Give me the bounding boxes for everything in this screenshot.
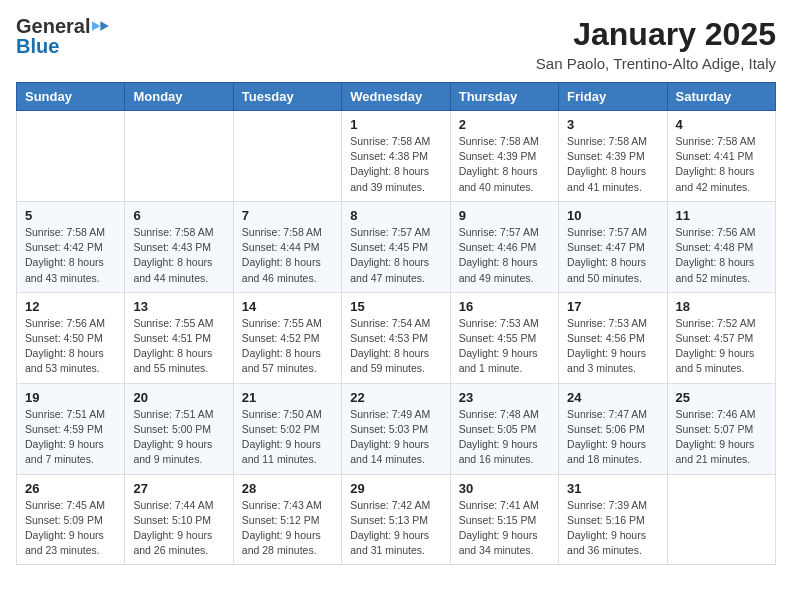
day-info: Sunrise: 7:56 AM Sunset: 4:50 PM Dayligh…: [25, 316, 116, 377]
day-info: Sunrise: 7:55 AM Sunset: 4:51 PM Dayligh…: [133, 316, 224, 377]
day-number: 14: [242, 299, 333, 314]
calendar-cell: [667, 474, 775, 565]
day-number: 24: [567, 390, 658, 405]
weekday-header-wednesday: Wednesday: [342, 83, 450, 111]
month-title: January 2025: [536, 16, 776, 53]
calendar-cell: 23Sunrise: 7:48 AM Sunset: 5:05 PM Dayli…: [450, 383, 558, 474]
location-title: San Paolo, Trentino-Alto Adige, Italy: [536, 55, 776, 72]
calendar-cell: 15Sunrise: 7:54 AM Sunset: 4:53 PM Dayli…: [342, 292, 450, 383]
calendar-cell: 19Sunrise: 7:51 AM Sunset: 4:59 PM Dayli…: [17, 383, 125, 474]
calendar-cell: 28Sunrise: 7:43 AM Sunset: 5:12 PM Dayli…: [233, 474, 341, 565]
week-row-1: 1Sunrise: 7:58 AM Sunset: 4:38 PM Daylig…: [17, 111, 776, 202]
day-info: Sunrise: 7:50 AM Sunset: 5:02 PM Dayligh…: [242, 407, 333, 468]
calendar-cell: 22Sunrise: 7:49 AM Sunset: 5:03 PM Dayli…: [342, 383, 450, 474]
calendar-cell: 9Sunrise: 7:57 AM Sunset: 4:46 PM Daylig…: [450, 201, 558, 292]
day-info: Sunrise: 7:49 AM Sunset: 5:03 PM Dayligh…: [350, 407, 441, 468]
calendar-cell: [233, 111, 341, 202]
day-info: Sunrise: 7:45 AM Sunset: 5:09 PM Dayligh…: [25, 498, 116, 559]
day-info: Sunrise: 7:57 AM Sunset: 4:45 PM Dayligh…: [350, 225, 441, 286]
day-info: Sunrise: 7:55 AM Sunset: 4:52 PM Dayligh…: [242, 316, 333, 377]
calendar-cell: 8Sunrise: 7:57 AM Sunset: 4:45 PM Daylig…: [342, 201, 450, 292]
calendar-cell: 2Sunrise: 7:58 AM Sunset: 4:39 PM Daylig…: [450, 111, 558, 202]
calendar-cell: 5Sunrise: 7:58 AM Sunset: 4:42 PM Daylig…: [17, 201, 125, 292]
calendar-cell: 10Sunrise: 7:57 AM Sunset: 4:47 PM Dayli…: [559, 201, 667, 292]
day-number: 23: [459, 390, 550, 405]
day-number: 4: [676, 117, 767, 132]
day-number: 6: [133, 208, 224, 223]
calendar-cell: 26Sunrise: 7:45 AM Sunset: 5:09 PM Dayli…: [17, 474, 125, 565]
calendar-cell: 27Sunrise: 7:44 AM Sunset: 5:10 PM Dayli…: [125, 474, 233, 565]
day-number: 1: [350, 117, 441, 132]
calendar-cell: 30Sunrise: 7:41 AM Sunset: 5:15 PM Dayli…: [450, 474, 558, 565]
day-number: 27: [133, 481, 224, 496]
day-number: 11: [676, 208, 767, 223]
day-number: 22: [350, 390, 441, 405]
day-info: Sunrise: 7:52 AM Sunset: 4:57 PM Dayligh…: [676, 316, 767, 377]
day-info: Sunrise: 7:51 AM Sunset: 4:59 PM Dayligh…: [25, 407, 116, 468]
day-number: 8: [350, 208, 441, 223]
day-number: 10: [567, 208, 658, 223]
day-info: Sunrise: 7:48 AM Sunset: 5:05 PM Dayligh…: [459, 407, 550, 468]
calendar-cell: 14Sunrise: 7:55 AM Sunset: 4:52 PM Dayli…: [233, 292, 341, 383]
calendar-cell: 20Sunrise: 7:51 AM Sunset: 5:00 PM Dayli…: [125, 383, 233, 474]
day-number: 31: [567, 481, 658, 496]
day-info: Sunrise: 7:51 AM Sunset: 5:00 PM Dayligh…: [133, 407, 224, 468]
day-info: Sunrise: 7:39 AM Sunset: 5:16 PM Dayligh…: [567, 498, 658, 559]
week-row-5: 26Sunrise: 7:45 AM Sunset: 5:09 PM Dayli…: [17, 474, 776, 565]
day-number: 18: [676, 299, 767, 314]
logo-general-text: General: [16, 16, 90, 36]
day-number: 16: [459, 299, 550, 314]
day-number: 5: [25, 208, 116, 223]
day-number: 28: [242, 481, 333, 496]
calendar-cell: 31Sunrise: 7:39 AM Sunset: 5:16 PM Dayli…: [559, 474, 667, 565]
calendar-cell: 16Sunrise: 7:53 AM Sunset: 4:55 PM Dayli…: [450, 292, 558, 383]
calendar-cell: 17Sunrise: 7:53 AM Sunset: 4:56 PM Dayli…: [559, 292, 667, 383]
day-info: Sunrise: 7:58 AM Sunset: 4:41 PM Dayligh…: [676, 134, 767, 195]
day-number: 13: [133, 299, 224, 314]
day-info: Sunrise: 7:53 AM Sunset: 4:55 PM Dayligh…: [459, 316, 550, 377]
calendar-cell: 3Sunrise: 7:58 AM Sunset: 4:39 PM Daylig…: [559, 111, 667, 202]
day-info: Sunrise: 7:42 AM Sunset: 5:13 PM Dayligh…: [350, 498, 441, 559]
day-info: Sunrise: 7:53 AM Sunset: 4:56 PM Dayligh…: [567, 316, 658, 377]
day-info: Sunrise: 7:54 AM Sunset: 4:53 PM Dayligh…: [350, 316, 441, 377]
day-number: 20: [133, 390, 224, 405]
day-number: 9: [459, 208, 550, 223]
calendar-cell: 21Sunrise: 7:50 AM Sunset: 5:02 PM Dayli…: [233, 383, 341, 474]
day-number: 2: [459, 117, 550, 132]
day-number: 29: [350, 481, 441, 496]
day-info: Sunrise: 7:56 AM Sunset: 4:48 PM Dayligh…: [676, 225, 767, 286]
calendar-cell: 12Sunrise: 7:56 AM Sunset: 4:50 PM Dayli…: [17, 292, 125, 383]
weekday-header-row: SundayMondayTuesdayWednesdayThursdayFrid…: [17, 83, 776, 111]
weekday-header-sunday: Sunday: [17, 83, 125, 111]
title-area: January 2025 San Paolo, Trentino-Alto Ad…: [536, 16, 776, 72]
calendar-cell: 1Sunrise: 7:58 AM Sunset: 4:38 PM Daylig…: [342, 111, 450, 202]
day-number: 3: [567, 117, 658, 132]
day-info: Sunrise: 7:41 AM Sunset: 5:15 PM Dayligh…: [459, 498, 550, 559]
logo-blue-text: Blue: [16, 36, 59, 56]
logo-icon: [92, 17, 110, 35]
day-info: Sunrise: 7:46 AM Sunset: 5:07 PM Dayligh…: [676, 407, 767, 468]
calendar-cell: 24Sunrise: 7:47 AM Sunset: 5:06 PM Dayli…: [559, 383, 667, 474]
weekday-header-monday: Monday: [125, 83, 233, 111]
day-number: 7: [242, 208, 333, 223]
calendar-cell: 7Sunrise: 7:58 AM Sunset: 4:44 PM Daylig…: [233, 201, 341, 292]
day-info: Sunrise: 7:58 AM Sunset: 4:44 PM Dayligh…: [242, 225, 333, 286]
calendar-cell: 6Sunrise: 7:58 AM Sunset: 4:43 PM Daylig…: [125, 201, 233, 292]
day-info: Sunrise: 7:58 AM Sunset: 4:42 PM Dayligh…: [25, 225, 116, 286]
day-info: Sunrise: 7:44 AM Sunset: 5:10 PM Dayligh…: [133, 498, 224, 559]
svg-marker-0: [101, 21, 109, 31]
logo: General Blue: [16, 16, 110, 56]
calendar-cell: 25Sunrise: 7:46 AM Sunset: 5:07 PM Dayli…: [667, 383, 775, 474]
day-number: 26: [25, 481, 116, 496]
day-info: Sunrise: 7:57 AM Sunset: 4:47 PM Dayligh…: [567, 225, 658, 286]
calendar-cell: 29Sunrise: 7:42 AM Sunset: 5:13 PM Dayli…: [342, 474, 450, 565]
day-number: 19: [25, 390, 116, 405]
weekday-header-friday: Friday: [559, 83, 667, 111]
day-info: Sunrise: 7:58 AM Sunset: 4:39 PM Dayligh…: [567, 134, 658, 195]
day-number: 21: [242, 390, 333, 405]
calendar-cell: 11Sunrise: 7:56 AM Sunset: 4:48 PM Dayli…: [667, 201, 775, 292]
day-number: 25: [676, 390, 767, 405]
day-number: 30: [459, 481, 550, 496]
header: General Blue January 2025 San Paolo, Tre…: [16, 16, 776, 72]
calendar-cell: 18Sunrise: 7:52 AM Sunset: 4:57 PM Dayli…: [667, 292, 775, 383]
